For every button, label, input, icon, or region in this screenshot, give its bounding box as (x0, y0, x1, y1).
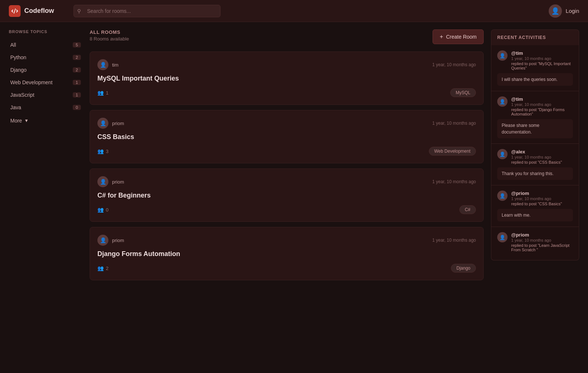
more-label: More (10, 118, 22, 124)
create-room-button[interactable]: + Create Room (433, 29, 484, 44)
activity-action: replied to post "MySQL Important Queries… (511, 61, 573, 70)
room-card-header: 👤 priom 1 year, 10 months ago (97, 176, 476, 187)
members-count: 1 (106, 90, 108, 96)
sidebar-topic-item[interactable]: Web Development 1 (9, 77, 82, 88)
sidebar-topic-item[interactable]: JavaScript 1 (9, 89, 82, 101)
activity-username: @priom (511, 232, 573, 238)
login-button[interactable]: Login (566, 8, 579, 14)
rooms-available: 8 Rooms available (90, 36, 129, 42)
room-members: 👥 2 (97, 265, 108, 271)
search-wrap: ⚲ (74, 5, 220, 17)
room-time: 1 year, 10 months ago (432, 62, 476, 67)
activity-top: 👤 @tim 1 year, 10 months ago replied to … (497, 50, 573, 70)
members-count: 2 (106, 266, 108, 271)
activity-info: @priom 1 year, 10 months ago replied to … (511, 191, 562, 206)
activity-message: Please share some documentation. (497, 119, 573, 138)
activity-item: 👤 @priom 1 year, 10 months ago replied t… (491, 185, 579, 227)
activities-header: RECENT ACTIVITIES (491, 29, 579, 45)
rooms-header: ALL ROOMS 8 Rooms available + Create Roo… (90, 29, 484, 44)
more-button[interactable]: More ▼ (9, 115, 82, 127)
avatar: 👤 (97, 118, 108, 129)
topic-name: All (10, 42, 16, 48)
topic-name: Python (10, 54, 26, 60)
topics-list: All 5 Python 2 Django 2 Web Development … (9, 39, 82, 113)
activity-username: @priom (511, 191, 562, 196)
room-tag: MySQL (450, 88, 476, 97)
activity-info: @tim 1 year, 10 months ago replied to po… (511, 96, 573, 116)
activity-action: replied to post "Learn JavaScript From S… (511, 243, 573, 252)
search-input[interactable] (74, 5, 220, 17)
activity-item: 👤 @tim 1 year, 10 months ago replied to … (491, 45, 579, 91)
room-username: priom (112, 179, 124, 185)
activity-top: 👤 @priom 1 year, 10 months ago replied t… (497, 191, 573, 206)
activity-action: replied to post "CSS Basics" (511, 202, 562, 206)
activity-info: @priom 1 year, 10 months ago replied to … (511, 232, 573, 252)
room-time: 1 year, 10 months ago (432, 238, 476, 243)
room-user: 👤 priom (97, 118, 124, 129)
topic-count: 0 (73, 105, 81, 110)
topic-name: Web Development (10, 79, 53, 85)
room-card-header: 👤 priom 1 year, 10 months ago (97, 118, 476, 129)
topbar: Codeflow ⚲ 👤 Login (0, 0, 588, 22)
activity-time: 1 year, 10 months ago (511, 102, 573, 107)
room-time: 1 year, 10 months ago (432, 179, 476, 184)
room-user: 👤 priom (97, 176, 124, 187)
room-username: tim (112, 62, 118, 68)
activity-item: 👤 @priom 1 year, 10 months ago replied t… (491, 227, 579, 260)
logo: Codeflow (9, 5, 68, 17)
sidebar-topic-item[interactable]: Django 2 (9, 64, 82, 76)
topic-count: 1 (73, 80, 81, 85)
topic-name: Java (10, 104, 21, 110)
activity-message: Thank you for sharing this. (497, 167, 573, 180)
members-count: 3 (106, 149, 108, 154)
activity-time: 1 year, 10 months ago (511, 155, 562, 159)
room-card[interactable]: 👤 tim 1 year, 10 months ago MySQL Import… (90, 51, 484, 105)
user-avatar: 👤 (549, 4, 562, 18)
main-layout: BROWSE TOPICS All 5 Python 2 Django 2 We… (0, 22, 588, 373)
chevron-down-icon: ▼ (24, 118, 29, 123)
login-wrap[interactable]: 👤 Login (549, 4, 579, 18)
activity-username: @tim (511, 96, 573, 102)
activity-action: replied to post "Django Forms Automation… (511, 107, 573, 116)
room-footer: 👥 0 C# (97, 205, 476, 214)
activity-action: replied to post "CSS Basics" (511, 160, 562, 164)
logo-icon (9, 5, 21, 17)
room-card-header: 👤 priom 1 year, 10 months ago (97, 235, 476, 246)
topic-count: 5 (73, 42, 81, 47)
room-card[interactable]: 👤 priom 1 year, 10 months ago Django For… (90, 227, 484, 280)
room-members: 👥 3 (97, 148, 108, 154)
logo-text: Codeflow (24, 7, 54, 15)
room-user: 👤 priom (97, 235, 124, 246)
avatar: 👤 (97, 59, 108, 70)
topic-count: 1 (73, 92, 81, 97)
sidebar-topic-item[interactable]: All 5 (9, 39, 82, 51)
topic-count: 2 (73, 67, 81, 72)
room-footer: 👥 1 MySQL (97, 88, 476, 97)
activity-username: @tim (511, 50, 573, 56)
topic-count: 2 (73, 55, 81, 60)
room-username: priom (112, 238, 124, 243)
sidebar-topic-item[interactable]: Java 0 (9, 102, 82, 113)
avatar: 👤 (97, 176, 108, 187)
room-card[interactable]: 👤 priom 1 year, 10 months ago C# for Beg… (90, 168, 484, 222)
rooms-list: 👤 tim 1 year, 10 months ago MySQL Import… (90, 51, 484, 280)
avatar: 👤 (97, 235, 108, 246)
room-title: C# for Beginners (97, 192, 476, 199)
activity-message: Learn with me. (497, 209, 573, 221)
avatar: 👤 (497, 149, 508, 159)
plus-icon: + (440, 33, 443, 40)
activity-time: 1 year, 10 months ago (511, 56, 573, 61)
room-time: 1 year, 10 months ago (432, 121, 476, 126)
room-tag: Web Development (429, 147, 476, 156)
room-user: 👤 tim (97, 59, 118, 70)
rooms-title: ALL ROOMS (90, 29, 129, 35)
members-count: 0 (106, 207, 108, 213)
room-members: 👥 1 (97, 90, 108, 96)
sidebar-topic-item[interactable]: Python 2 (9, 51, 82, 63)
room-title: Django Forms Automation (97, 250, 476, 258)
avatar: 👤 (497, 96, 508, 107)
avatar: 👤 (497, 191, 508, 201)
members-icon: 👥 (97, 90, 104, 96)
room-card[interactable]: 👤 priom 1 year, 10 months ago CSS Basics… (90, 110, 484, 163)
members-icon: 👥 (97, 207, 104, 213)
